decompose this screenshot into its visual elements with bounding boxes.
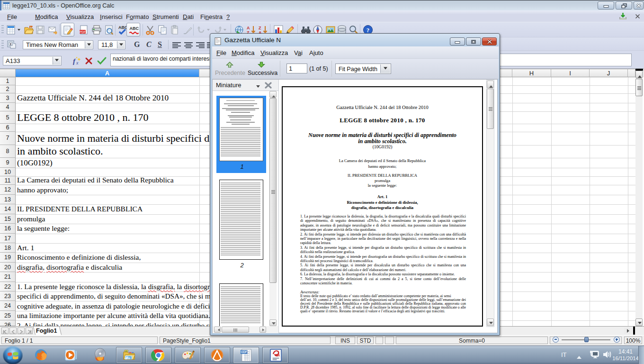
svg-text:Z: Z [259, 26, 261, 30]
svg-text:PDF: PDF [80, 30, 86, 34]
svg-text:ODF: ODF [241, 350, 247, 354]
svg-text:ABC: ABC [130, 26, 139, 31]
svg-text:f: f [73, 57, 76, 65]
svg-text:A: A [247, 26, 250, 30]
svg-text:?: ? [367, 27, 370, 34]
svg-text:x: x [76, 60, 79, 65]
